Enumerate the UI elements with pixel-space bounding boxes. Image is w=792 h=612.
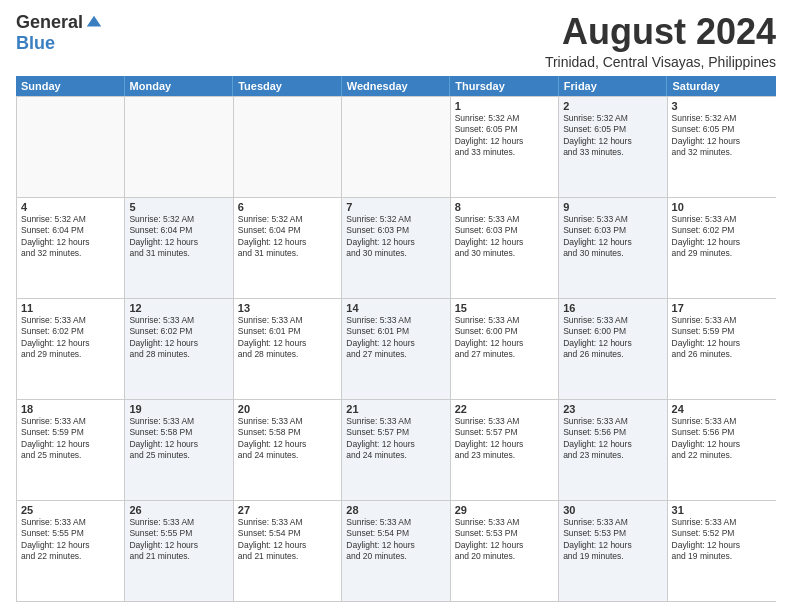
day-info: Sunrise: 5:33 AM Sunset: 5:53 PM Dayligh… — [563, 517, 662, 563]
calendar-cell: 27Sunrise: 5:33 AM Sunset: 5:54 PM Dayli… — [234, 501, 342, 601]
day-info: Sunrise: 5:33 AM Sunset: 6:01 PM Dayligh… — [238, 315, 337, 361]
day-info: Sunrise: 5:32 AM Sunset: 6:03 PM Dayligh… — [346, 214, 445, 260]
location: Trinidad, Central Visayas, Philippines — [545, 54, 776, 70]
calendar-cell: 17Sunrise: 5:33 AM Sunset: 5:59 PM Dayli… — [668, 299, 776, 399]
day-info: Sunrise: 5:33 AM Sunset: 6:03 PM Dayligh… — [563, 214, 662, 260]
weekday-header: Thursday — [450, 76, 559, 96]
calendar-cell — [125, 97, 233, 197]
calendar-cell: 3Sunrise: 5:32 AM Sunset: 6:05 PM Daylig… — [668, 97, 776, 197]
day-number: 7 — [346, 201, 445, 213]
day-info: Sunrise: 5:33 AM Sunset: 6:02 PM Dayligh… — [129, 315, 228, 361]
title-block: August 2024 Trinidad, Central Visayas, P… — [545, 12, 776, 70]
day-number: 6 — [238, 201, 337, 213]
calendar-body: 1Sunrise: 5:32 AM Sunset: 6:05 PM Daylig… — [16, 96, 776, 602]
day-info: Sunrise: 5:33 AM Sunset: 5:59 PM Dayligh… — [21, 416, 120, 462]
day-info: Sunrise: 5:33 AM Sunset: 5:58 PM Dayligh… — [238, 416, 337, 462]
day-info: Sunrise: 5:33 AM Sunset: 6:02 PM Dayligh… — [672, 214, 772, 260]
day-info: Sunrise: 5:33 AM Sunset: 6:00 PM Dayligh… — [455, 315, 554, 361]
calendar-cell: 6Sunrise: 5:32 AM Sunset: 6:04 PM Daylig… — [234, 198, 342, 298]
day-number: 29 — [455, 504, 554, 516]
calendar-cell: 16Sunrise: 5:33 AM Sunset: 6:00 PM Dayli… — [559, 299, 667, 399]
day-number: 3 — [672, 100, 772, 112]
calendar-row: 4Sunrise: 5:32 AM Sunset: 6:04 PM Daylig… — [17, 197, 776, 298]
calendar-cell: 2Sunrise: 5:32 AM Sunset: 6:05 PM Daylig… — [559, 97, 667, 197]
weekday-header: Saturday — [667, 76, 776, 96]
calendar-cell: 5Sunrise: 5:32 AM Sunset: 6:04 PM Daylig… — [125, 198, 233, 298]
day-info: Sunrise: 5:33 AM Sunset: 5:55 PM Dayligh… — [129, 517, 228, 563]
day-number: 16 — [563, 302, 662, 314]
day-number: 27 — [238, 504, 337, 516]
calendar-cell: 28Sunrise: 5:33 AM Sunset: 5:54 PM Dayli… — [342, 501, 450, 601]
day-info: Sunrise: 5:33 AM Sunset: 5:53 PM Dayligh… — [455, 517, 554, 563]
day-number: 31 — [672, 504, 772, 516]
day-number: 20 — [238, 403, 337, 415]
day-number: 10 — [672, 201, 772, 213]
day-info: Sunrise: 5:32 AM Sunset: 6:05 PM Dayligh… — [455, 113, 554, 159]
day-number: 15 — [455, 302, 554, 314]
calendar-cell: 21Sunrise: 5:33 AM Sunset: 5:57 PM Dayli… — [342, 400, 450, 500]
day-info: Sunrise: 5:32 AM Sunset: 6:04 PM Dayligh… — [238, 214, 337, 260]
calendar-cell: 7Sunrise: 5:32 AM Sunset: 6:03 PM Daylig… — [342, 198, 450, 298]
day-number: 1 — [455, 100, 554, 112]
calendar-cell: 19Sunrise: 5:33 AM Sunset: 5:58 PM Dayli… — [125, 400, 233, 500]
calendar-row: 1Sunrise: 5:32 AM Sunset: 6:05 PM Daylig… — [17, 96, 776, 197]
day-number: 25 — [21, 504, 120, 516]
day-number: 26 — [129, 504, 228, 516]
day-number: 11 — [21, 302, 120, 314]
calendar-cell: 25Sunrise: 5:33 AM Sunset: 5:55 PM Dayli… — [17, 501, 125, 601]
day-info: Sunrise: 5:32 AM Sunset: 6:05 PM Dayligh… — [563, 113, 662, 159]
month-year: August 2024 — [545, 12, 776, 52]
logo-blue-text: Blue — [16, 33, 55, 53]
day-number: 13 — [238, 302, 337, 314]
day-number: 22 — [455, 403, 554, 415]
logo-icon — [85, 14, 103, 32]
calendar-cell: 15Sunrise: 5:33 AM Sunset: 6:00 PM Dayli… — [451, 299, 559, 399]
day-info: Sunrise: 5:33 AM Sunset: 5:55 PM Dayligh… — [21, 517, 120, 563]
day-info: Sunrise: 5:33 AM Sunset: 6:01 PM Dayligh… — [346, 315, 445, 361]
logo-general: General — [16, 12, 83, 33]
day-info: Sunrise: 5:32 AM Sunset: 6:04 PM Dayligh… — [129, 214, 228, 260]
day-info: Sunrise: 5:33 AM Sunset: 5:56 PM Dayligh… — [563, 416, 662, 462]
calendar-cell: 13Sunrise: 5:33 AM Sunset: 6:01 PM Dayli… — [234, 299, 342, 399]
svg-marker-0 — [87, 15, 101, 26]
calendar-cell: 31Sunrise: 5:33 AM Sunset: 5:52 PM Dayli… — [668, 501, 776, 601]
day-number: 5 — [129, 201, 228, 213]
calendar-cell: 24Sunrise: 5:33 AM Sunset: 5:56 PM Dayli… — [668, 400, 776, 500]
day-number: 2 — [563, 100, 662, 112]
weekday-header: Wednesday — [342, 76, 451, 96]
day-info: Sunrise: 5:33 AM Sunset: 5:52 PM Dayligh… — [672, 517, 772, 563]
day-number: 9 — [563, 201, 662, 213]
logo: General Blue — [16, 12, 103, 54]
calendar-cell: 11Sunrise: 5:33 AM Sunset: 6:02 PM Dayli… — [17, 299, 125, 399]
day-number: 18 — [21, 403, 120, 415]
day-info: Sunrise: 5:33 AM Sunset: 5:58 PM Dayligh… — [129, 416, 228, 462]
weekday-header: Monday — [125, 76, 234, 96]
weekday-header: Friday — [559, 76, 668, 96]
day-info: Sunrise: 5:33 AM Sunset: 6:02 PM Dayligh… — [21, 315, 120, 361]
day-number: 14 — [346, 302, 445, 314]
day-info: Sunrise: 5:33 AM Sunset: 6:00 PM Dayligh… — [563, 315, 662, 361]
day-info: Sunrise: 5:33 AM Sunset: 5:54 PM Dayligh… — [238, 517, 337, 563]
header: General Blue August 2024 Trinidad, Centr… — [16, 12, 776, 70]
day-info: Sunrise: 5:33 AM Sunset: 6:03 PM Dayligh… — [455, 214, 554, 260]
calendar-cell: 12Sunrise: 5:33 AM Sunset: 6:02 PM Dayli… — [125, 299, 233, 399]
day-info: Sunrise: 5:33 AM Sunset: 5:57 PM Dayligh… — [455, 416, 554, 462]
calendar: SundayMondayTuesdayWednesdayThursdayFrid… — [16, 76, 776, 602]
day-number: 24 — [672, 403, 772, 415]
logo-text: General — [16, 12, 103, 33]
calendar-header: SundayMondayTuesdayWednesdayThursdayFrid… — [16, 76, 776, 96]
calendar-row: 25Sunrise: 5:33 AM Sunset: 5:55 PM Dayli… — [17, 500, 776, 601]
calendar-cell: 10Sunrise: 5:33 AM Sunset: 6:02 PM Dayli… — [668, 198, 776, 298]
calendar-cell: 9Sunrise: 5:33 AM Sunset: 6:03 PM Daylig… — [559, 198, 667, 298]
calendar-cell: 30Sunrise: 5:33 AM Sunset: 5:53 PM Dayli… — [559, 501, 667, 601]
day-info: Sunrise: 5:32 AM Sunset: 6:05 PM Dayligh… — [672, 113, 772, 159]
calendar-cell: 18Sunrise: 5:33 AM Sunset: 5:59 PM Dayli… — [17, 400, 125, 500]
day-info: Sunrise: 5:33 AM Sunset: 5:59 PM Dayligh… — [672, 315, 772, 361]
calendar-cell: 22Sunrise: 5:33 AM Sunset: 5:57 PM Dayli… — [451, 400, 559, 500]
calendar-cell — [234, 97, 342, 197]
day-info: Sunrise: 5:32 AM Sunset: 6:04 PM Dayligh… — [21, 214, 120, 260]
weekday-header: Sunday — [16, 76, 125, 96]
calendar-cell: 29Sunrise: 5:33 AM Sunset: 5:53 PM Dayli… — [451, 501, 559, 601]
day-info: Sunrise: 5:33 AM Sunset: 5:54 PM Dayligh… — [346, 517, 445, 563]
day-info: Sunrise: 5:33 AM Sunset: 5:56 PM Dayligh… — [672, 416, 772, 462]
